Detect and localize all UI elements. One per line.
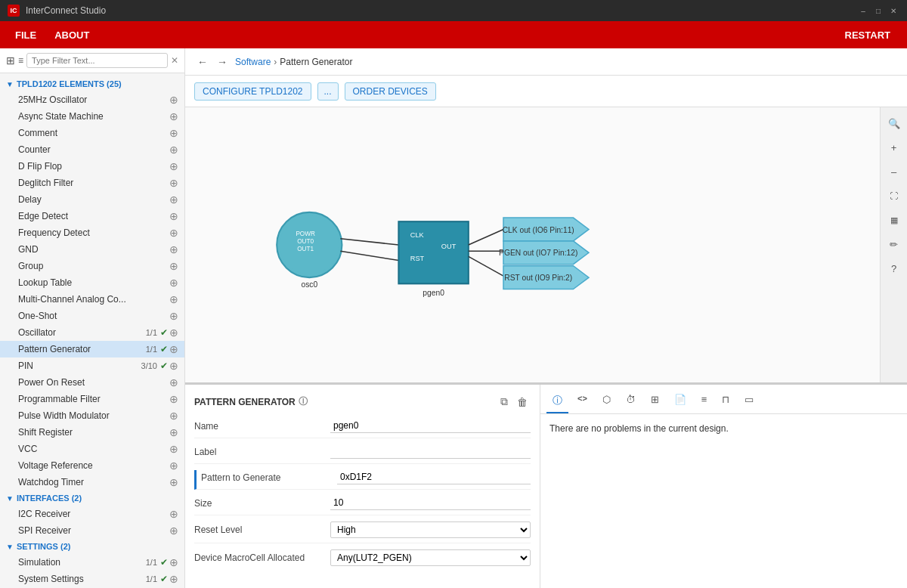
- add-i2c-icon[interactable]: ⊕: [169, 508, 178, 520]
- add-oscillator-icon[interactable]: ⊕: [169, 326, 178, 339]
- maximize-button[interactable]: □: [872, 5, 884, 17]
- add-syssettings-icon[interactable]: ⊕: [169, 573, 178, 585]
- sidebar-item-syssettings[interactable]: System Settings1/1✔⊕: [0, 571, 184, 587]
- sidebar-item-oneshot[interactable]: One-Shot⊕: [0, 308, 184, 324]
- add-deglitch-icon[interactable]: ⊕: [169, 177, 178, 189]
- sidebar-item-pwm[interactable]: Pulse Width Modulator⊕: [0, 407, 184, 424]
- add-multichan-icon[interactable]: ⊕: [169, 293, 178, 305]
- sidebar-item-simulation[interactable]: Simulation1/1✔⊕: [0, 554, 184, 571]
- sidebar-item-lookup[interactable]: Lookup Table⊕: [0, 274, 184, 291]
- tab-list[interactable]: ≡: [695, 389, 714, 413]
- configure-tpld-button[interactable]: CONFIGURE TPLD1202: [194, 82, 311, 101]
- add-shiftreg-icon[interactable]: ⊕: [169, 426, 178, 438]
- breadcrumb-software[interactable]: Software: [235, 57, 271, 67]
- add-counter-icon[interactable]: ⊕: [169, 144, 178, 156]
- add-edge-icon[interactable]: ⊕: [169, 210, 178, 222]
- tab-info[interactable]: ⓘ: [546, 389, 568, 413]
- sidebar-item-vcc[interactable]: VCC⊕: [0, 441, 184, 457]
- minimize-button[interactable]: –: [857, 5, 869, 17]
- add-simulation-icon[interactable]: ⊕: [169, 556, 178, 568]
- add-group-icon[interactable]: ⊕: [169, 260, 178, 272]
- clear-search-icon[interactable]: ✕: [171, 55, 178, 66]
- add-voltref-icon[interactable]: ⊕: [169, 460, 178, 472]
- sidebar-item-multichan[interactable]: Multi-Channel Analog Co...⊕: [0, 291, 184, 308]
- sidebar-item-gnd[interactable]: GND⊕: [0, 241, 184, 258]
- zoom-in-tool-button[interactable]: +: [884, 138, 904, 157]
- sidebar-item-25mhz[interactable]: 25MHz Oscillator⊕: [0, 91, 184, 108]
- add-comment-icon[interactable]: ⊕: [169, 127, 178, 139]
- tpld-section-header[interactable]: ▼ TPLD1202 ELEMENTS (25): [0, 76, 184, 91]
- add-oneshot-icon[interactable]: ⊕: [169, 310, 178, 322]
- sidebar-item-pattergen[interactable]: Pattern Generator1/1✔⊕: [0, 341, 184, 357]
- restart-button[interactable]: RESTART: [836, 26, 899, 44]
- name-input[interactable]: [330, 419, 531, 433]
- help-tool-button[interactable]: ?: [884, 258, 904, 278]
- tab-code[interactable]: <>: [571, 389, 593, 413]
- sidebar-item-oscillator[interactable]: Oscillator1/1✔⊕: [0, 324, 184, 341]
- tab-layout[interactable]: ▭: [738, 389, 760, 413]
- reset-level-select[interactable]: High Low: [330, 521, 531, 538]
- zoom-out-tool-button[interactable]: –: [884, 162, 904, 181]
- add-pwm-icon[interactable]: ⊕: [169, 410, 178, 422]
- device-macro-select[interactable]: Any(LUT2_PGEN): [330, 549, 531, 566]
- add-gnd-icon[interactable]: ⊕: [169, 243, 178, 255]
- add-pattergen-icon[interactable]: ⊕: [169, 343, 178, 355]
- properties-delete-button[interactable]: 🗑: [514, 394, 531, 410]
- add-25mhz-icon[interactable]: ⊕: [169, 94, 178, 106]
- pen-tool-button[interactable]: ✏: [884, 234, 904, 254]
- label-input[interactable]: [330, 444, 531, 459]
- sidebar-item-counter[interactable]: Counter⊕: [0, 141, 184, 158]
- search-input[interactable]: [26, 53, 168, 68]
- sidebar-item-voltref[interactable]: Voltage Reference⊕: [0, 457, 184, 474]
- forward-button[interactable]: →: [214, 56, 231, 68]
- sidebar-item-shiftreg[interactable]: Shift Register⊕: [0, 424, 184, 441]
- svg-line-6: [340, 239, 398, 245]
- tab-chip[interactable]: ⬡: [596, 389, 617, 413]
- settings-section-header[interactable]: ▼ SETTINGS (2): [0, 539, 184, 554]
- tab-params[interactable]: ⊞: [645, 389, 665, 413]
- add-powreset-icon[interactable]: ⊕: [169, 376, 178, 388]
- sidebar-item-dflip[interactable]: D Flip Flop⊕: [0, 158, 184, 175]
- sidebar-item-powreset[interactable]: Power On Reset⊕: [0, 374, 184, 391]
- sidebar-item-watchdog[interactable]: Watchdog Timer⊕: [0, 474, 184, 491]
- sidebar-item-delay[interactable]: Delay⊕: [0, 191, 184, 208]
- sidebar-item-freq[interactable]: Frequency Detect⊕: [0, 224, 184, 241]
- file-menu[interactable]: FILE: [8, 26, 44, 44]
- grid-tool-button[interactable]: ▦: [884, 210, 904, 230]
- tab-timing[interactable]: ⊓: [716, 389, 735, 413]
- diagram-area[interactable]: POWR OUT0 OUT1 osc0 CLK RST OUT pgen0: [185, 107, 907, 384]
- pattern-input[interactable]: [337, 470, 531, 484]
- interfaces-section-label: INTERFACES (2): [17, 494, 82, 503]
- tab-history[interactable]: ⏱: [620, 389, 642, 413]
- sidebar-item-pin[interactable]: PIN3/10✔⊕: [0, 357, 184, 374]
- sidebar-item-spi[interactable]: SPI Receiver⊕: [0, 522, 184, 539]
- sidebar-item-group[interactable]: Group⊕: [0, 258, 184, 274]
- order-devices-button[interactable]: ORDER DEVICES: [345, 82, 436, 101]
- sidebar-item-progfilt[interactable]: Programmable Filter⊕: [0, 391, 184, 407]
- sidebar-item-edge[interactable]: Edge Detect⊕: [0, 208, 184, 224]
- fit-tool-button[interactable]: ⛶: [884, 186, 904, 206]
- search-tool-button[interactable]: 🔍: [884, 113, 904, 133]
- add-lookup-icon[interactable]: ⊕: [169, 277, 178, 289]
- tab-doc[interactable]: 📄: [668, 389, 692, 413]
- more-button[interactable]: ...: [317, 82, 339, 101]
- add-vcc-icon[interactable]: ⊕: [169, 443, 178, 455]
- add-async-icon[interactable]: ⊕: [169, 110, 178, 122]
- interfaces-section-header[interactable]: ▼ INTERFACES (2): [0, 491, 184, 506]
- sidebar-item-async[interactable]: Async State Machine⊕: [0, 108, 184, 125]
- back-button[interactable]: ←: [194, 56, 211, 68]
- sidebar-item-deglitch[interactable]: Deglitch Filter⊕: [0, 175, 184, 191]
- add-spi-icon[interactable]: ⊕: [169, 525, 178, 537]
- close-button[interactable]: ✕: [887, 5, 899, 17]
- about-menu[interactable]: ABOUT: [47, 26, 97, 44]
- properties-copy-button[interactable]: ⧉: [497, 394, 511, 410]
- add-delay-icon[interactable]: ⊕: [169, 193, 178, 206]
- add-dflip-icon[interactable]: ⊕: [169, 160, 178, 172]
- sidebar-item-comment[interactable]: Comment⊕: [0, 125, 184, 141]
- add-watchdog-icon[interactable]: ⊕: [169, 476, 178, 488]
- add-freq-icon[interactable]: ⊕: [169, 227, 178, 239]
- size-input[interactable]: [330, 496, 531, 510]
- sidebar-item-i2c[interactable]: I2C Receiver⊕: [0, 506, 184, 522]
- add-pin-icon[interactable]: ⊕: [169, 360, 178, 372]
- add-progfilt-icon[interactable]: ⊕: [169, 393, 178, 405]
